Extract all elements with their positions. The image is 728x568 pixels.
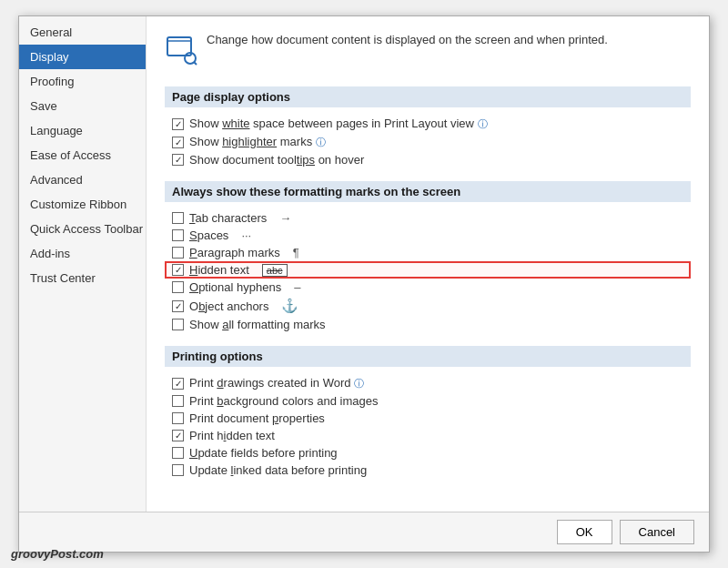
checkbox-highlighter[interactable] [172,137,184,148]
sidebar: GeneralDisplayProofingSaveLanguageEase o… [19,16,147,512]
page-display-section: Page display options Show white space be… [165,86,691,168]
dialog-body: GeneralDisplayProofingSaveLanguageEase o… [19,16,709,512]
symbol-anchor: ⚓ [281,298,298,314]
checkbox-white-space[interactable] [172,118,184,130]
checkbox-object-anchors[interactable] [172,300,184,312]
checkbox-print-properties[interactable] [172,412,184,424]
option-print-drawings: Print drawings created in Word ⓘ [165,374,691,392]
option-tab-chars: Tab characters → [165,209,691,227]
sidebar-item-add-ins[interactable]: Add-ins [19,241,146,266]
checkbox-optional-hyphens[interactable] [172,281,184,293]
checkbox-hidden-text[interactable] [172,264,184,276]
checkbox-print-drawings[interactable] [172,378,184,390]
checkbox-paragraph[interactable] [172,247,184,259]
symbol-tab: → [279,211,291,225]
dialog-footer: OK Cancel [19,512,709,552]
checkbox-update-linked[interactable] [172,464,184,476]
formatting-marks-title: Always show these formatting marks on th… [165,181,691,202]
option-object-anchors: Object anchors ⚓ [165,296,691,316]
option-print-background: Print background colors and images [165,392,691,410]
symbol-hyphens: – [294,280,300,294]
info-icon-whitespace[interactable]: ⓘ [478,118,488,129]
checkbox-print-hidden[interactable] [172,430,184,441]
formatting-marks-section: Always show these formatting marks on th… [165,181,691,333]
cancel-button[interactable]: Cancel [620,520,694,544]
display-icon [165,33,197,72]
sidebar-item-ease-of-access[interactable]: Ease of Access [19,143,146,167]
options-dialog: GeneralDisplayProofingSaveLanguageEase o… [18,15,710,553]
printing-options-section: Printing options Print drawings created … [165,346,691,479]
sidebar-item-trust-center[interactable]: Trust Center [19,266,146,290]
option-spaces: Spaces ··· [165,227,691,244]
content-header: Change how document content is displayed… [165,31,691,72]
option-show-all: Show all formatting marks [165,316,691,333]
option-tooltips: Show document tooltips on hover [165,151,691,168]
page-display-title: Page display options [165,86,691,107]
option-paragraph-marks: Paragraph marks ¶ [165,244,691,261]
sidebar-item-display[interactable]: Display [19,45,146,69]
symbol-spaces: ··· [241,228,251,242]
symbol-paragraph: ¶ [293,246,299,259]
header-description: Change how document content is displayed… [207,31,608,49]
sidebar-item-customize-ribbon[interactable]: Customize Ribbon [19,192,146,217]
svg-line-3 [194,62,197,65]
option-update-linked: Update linked data before printing [165,462,691,479]
sidebar-item-proofing[interactable]: Proofing [19,69,146,94]
sidebar-item-advanced[interactable]: Advanced [19,167,146,192]
option-highlighter: Show highlighter marks ⓘ [165,133,691,151]
option-optional-hyphens: Optional hyphens – [165,279,691,296]
checkbox-update-fields[interactable] [172,447,184,459]
checkbox-tab-chars[interactable] [172,212,184,224]
watermark: groovyPost.com [11,547,104,561]
printing-options-title: Printing options [165,346,691,367]
main-content: Change how document content is displayed… [147,16,709,512]
checkbox-tooltips[interactable] [172,154,184,166]
option-hidden-text: Hidden text abc [165,261,691,279]
sidebar-item-general[interactable]: General [19,20,146,45]
info-icon-drawings[interactable]: ⓘ [354,378,364,389]
option-print-hidden: Print hidden text [165,427,691,444]
info-icon-highlighter[interactable]: ⓘ [316,137,326,147]
checkbox-print-background[interactable] [172,395,184,407]
option-white-space: Show white space between pages in Print … [165,115,691,133]
option-update-fields: Update fields before printing [165,444,691,462]
symbol-hidden-text: abc [262,263,288,277]
checkbox-spaces[interactable] [172,229,184,241]
sidebar-item-quick-access-toolbar[interactable]: Quick Access Toolbar [19,217,146,241]
option-print-properties: Print document properties [165,410,691,427]
sidebar-item-save[interactable]: Save [19,94,146,118]
sidebar-item-language[interactable]: Language [19,118,146,143]
ok-button[interactable]: OK [557,520,612,544]
checkbox-show-all[interactable] [172,319,184,330]
